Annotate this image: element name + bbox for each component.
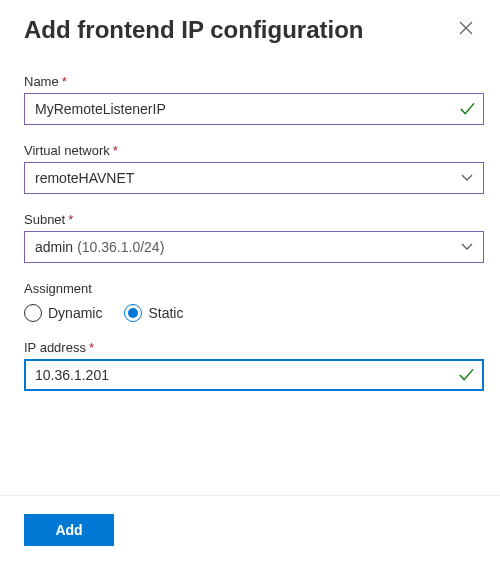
- vnet-select[interactable]: remoteHAVNET: [24, 162, 484, 194]
- vnet-select-value: remoteHAVNET: [35, 170, 134, 186]
- close-icon: [459, 21, 473, 39]
- radio-dot-icon: [128, 308, 138, 318]
- close-button[interactable]: [450, 14, 482, 46]
- blade-footer: Add: [0, 495, 500, 567]
- name-input-value: MyRemoteListenerIP: [35, 101, 166, 117]
- required-marker: *: [113, 143, 118, 158]
- field-name: Name * MyRemoteListenerIP: [24, 74, 484, 125]
- field-assignment: Assignment Dynamic Static: [24, 281, 484, 322]
- required-marker: *: [62, 74, 67, 89]
- ip-input[interactable]: 10.36.1.201: [24, 359, 484, 391]
- field-subnet-label-row: Subnet *: [24, 212, 484, 227]
- field-name-label: Name: [24, 74, 59, 89]
- radio-static[interactable]: Static: [124, 304, 183, 322]
- field-vnet-label-row: Virtual network *: [24, 143, 484, 158]
- assignment-radio-group: Dynamic Static: [24, 300, 484, 322]
- blade-add-frontend-ip: Add frontend IP configuration Name * MyR…: [0, 0, 500, 567]
- chevron-down-icon: [461, 174, 473, 182]
- radio-dynamic[interactable]: Dynamic: [24, 304, 102, 322]
- field-ip-label-row: IP address *: [24, 340, 484, 355]
- radio-static-label: Static: [148, 305, 183, 321]
- blade-title: Add frontend IP configuration: [24, 16, 450, 44]
- field-ip-label: IP address: [24, 340, 86, 355]
- field-assignment-label-row: Assignment: [24, 281, 484, 296]
- field-subnet-label: Subnet: [24, 212, 65, 227]
- blade-header: Add frontend IP configuration: [0, 0, 500, 52]
- name-input[interactable]: MyRemoteListenerIP: [24, 93, 484, 125]
- required-marker: *: [89, 340, 94, 355]
- field-name-label-row: Name *: [24, 74, 484, 89]
- radio-checked-icon: [124, 304, 142, 322]
- add-button[interactable]: Add: [24, 514, 114, 546]
- field-subnet: Subnet * admin (10.36.1.0/24): [24, 212, 484, 263]
- radio-unchecked-icon: [24, 304, 42, 322]
- field-vnet: Virtual network * remoteHAVNET: [24, 143, 484, 194]
- field-assignment-label: Assignment: [24, 281, 92, 296]
- ip-input-value: 10.36.1.201: [35, 367, 109, 383]
- check-icon: [459, 368, 474, 382]
- form-scroll-area[interactable]: Name * MyRemoteListenerIP Virtual networ…: [0, 56, 500, 495]
- subnet-select-value: admin: [35, 239, 73, 255]
- subnet-select[interactable]: admin (10.36.1.0/24): [24, 231, 484, 263]
- subnet-select-detail: (10.36.1.0/24): [77, 239, 164, 255]
- chevron-down-icon: [461, 243, 473, 251]
- field-ip: IP address * 10.36.1.201: [24, 340, 484, 391]
- required-marker: *: [68, 212, 73, 227]
- check-icon: [460, 102, 475, 116]
- field-vnet-label: Virtual network: [24, 143, 110, 158]
- radio-dynamic-label: Dynamic: [48, 305, 102, 321]
